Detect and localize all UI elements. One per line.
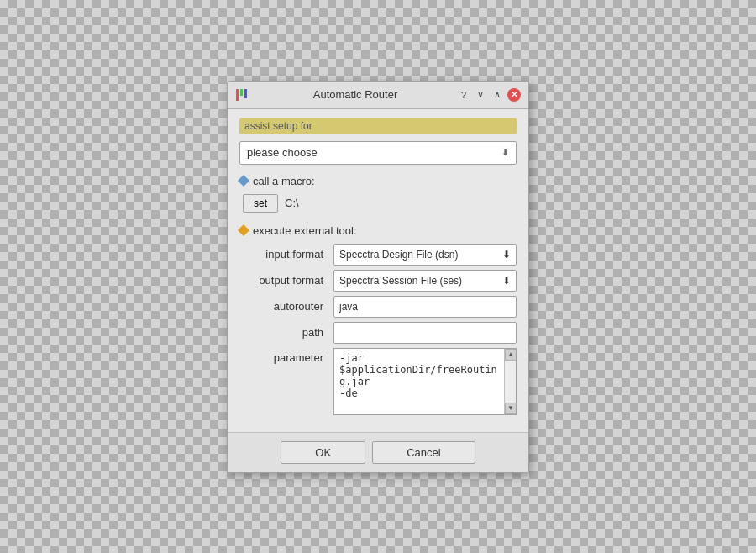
please-choose-dropdown[interactable]: please choose ⬇ — [239, 141, 517, 165]
titlebar: Automatic Router ? ∨ ∧ ✕ — [228, 82, 528, 109]
external-tool-section-label: execute external tool: — [239, 224, 517, 237]
output-format-value: Specctra Session File (ses) — [339, 275, 462, 287]
macro-section-label: call a macro: — [239, 175, 517, 187]
input-format-arrow-icon: ⬇ — [502, 249, 511, 261]
blue-diamond-icon — [238, 175, 249, 187]
svg-rect-2 — [244, 89, 247, 98]
dropdown-arrow-icon: ⬇ — [501, 147, 509, 158]
svg-rect-0 — [236, 89, 239, 101]
output-format-arrow-icon: ⬇ — [502, 275, 511, 287]
dropdown-row: please choose ⬇ — [239, 141, 517, 165]
macro-row: set C:\ — [239, 194, 517, 213]
close-button[interactable]: ✕ — [507, 87, 522, 103]
output-format-dropdown[interactable]: Specctra Session File (ses) ⬇ — [333, 270, 517, 292]
cancel-button[interactable]: Cancel — [372, 441, 475, 464]
output-format-label: output format — [243, 274, 327, 287]
parameter-textarea[interactable]: -jar $applicationDir/freeRouting.jar -de — [334, 349, 504, 414]
chevron-up-button[interactable]: ∧ — [490, 87, 505, 103]
svg-rect-1 — [240, 89, 243, 96]
parameter-container: -jar $applicationDir/freeRouting.jar -de… — [333, 348, 517, 415]
input-format-dropdown[interactable]: Specctra Design File (dsn) ⬇ — [333, 244, 517, 266]
scrollbar: ▲ ▼ — [504, 349, 516, 414]
dropdown-value: please choose — [247, 146, 318, 159]
set-button[interactable]: set — [243, 194, 278, 213]
yellow-diamond-icon — [238, 224, 249, 236]
external-tool-label: execute external tool: — [253, 224, 357, 237]
titlebar-controls: ? ∨ ∧ ✕ — [456, 87, 522, 103]
ok-button[interactable]: OK — [281, 441, 365, 464]
assist-setup-header: assist setup for — [239, 118, 517, 134]
close-icon: ✕ — [507, 88, 521, 102]
scroll-down-button[interactable]: ▼ — [505, 403, 517, 414]
automatic-router-dialog: Automatic Router ? ∨ ∧ ✕ assist setup fo… — [227, 81, 529, 473]
dialog-content: assist setup for please choose ⬇ call a … — [228, 109, 528, 432]
macro-label: call a macro: — [253, 175, 315, 187]
dialog-footer: OK Cancel — [228, 432, 528, 472]
chevron-down-button[interactable]: ∨ — [473, 87, 488, 103]
autorouter-input[interactable] — [333, 296, 517, 318]
scrollbar-track — [505, 361, 516, 403]
path-label: path — [243, 326, 327, 339]
autorouter-label: autorouter — [243, 300, 327, 313]
dialog-title: Automatic Router — [258, 88, 453, 101]
help-button[interactable]: ? — [456, 87, 471, 103]
macro-path: C:\ — [285, 197, 299, 209]
path-input[interactable] — [333, 322, 517, 344]
input-format-label: input format — [243, 248, 327, 261]
scroll-up-button[interactable]: ▲ — [505, 349, 517, 361]
parameter-label: parameter — [243, 348, 327, 364]
form-grid: input format Specctra Design File (dsn) … — [239, 244, 517, 415]
input-format-value: Specctra Design File (dsn) — [339, 249, 458, 261]
app-logo — [234, 87, 251, 103]
